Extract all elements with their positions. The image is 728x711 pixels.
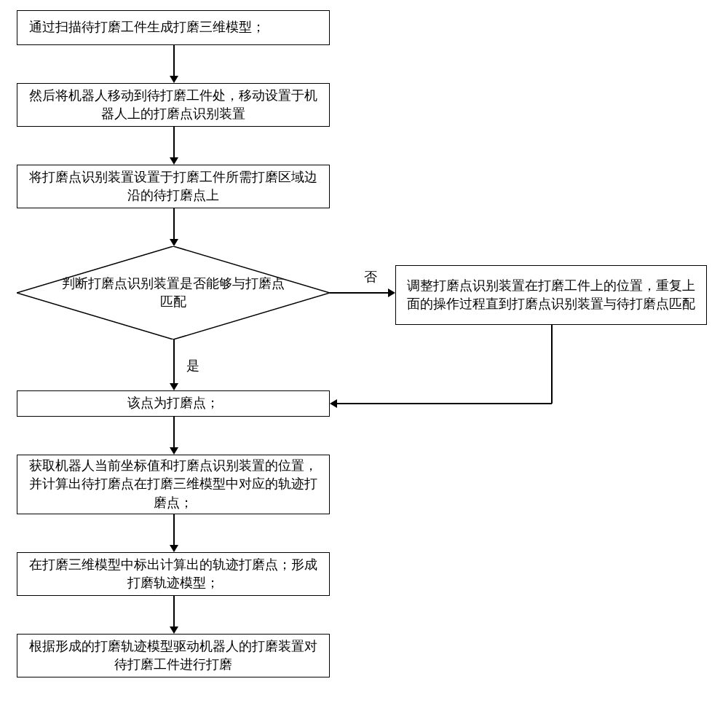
step-calculate-trajectory: 获取机器人当前坐标值和打磨点识别装置的位置，并计算出待打磨点在打磨三维模型中对应…: [17, 455, 330, 514]
arrowhead-5-6: [170, 545, 178, 552]
step5-text: 获取机器人当前坐标值和打磨点识别装置的位置，并计算出待打磨点在打磨三维模型中对应…: [26, 457, 320, 512]
step2-text: 然后将机器人移动到待打磨工件处，移动设置于机器人上的打磨点识别装置: [26, 87, 320, 123]
arrow-decision-yes: [173, 339, 175, 385]
step-move-robot: 然后将机器人移动到待打磨工件处，移动设置于机器人上的打磨点识别装置: [17, 83, 330, 127]
decision-text: 判断打磨点识别装置是否能够与打磨点匹配: [17, 275, 330, 311]
step-adjust-position: 调整打磨点识别装置在打磨工件上的位置，重复上面的操作过程直到打磨点识别装置与待打…: [395, 265, 707, 325]
arrowhead-6-7: [170, 626, 178, 634]
step-drive-robot: 根据形成的打磨轨迹模型驱动机器人的打磨装置对待打磨工件进行打磨: [17, 634, 330, 677]
arrowhead-4-5: [170, 447, 178, 455]
arrow-2-3: [173, 127, 175, 159]
arrowhead-adjust-step4: [330, 399, 337, 408]
adjust-text: 调整打磨点识别装置在打磨工件上的位置，重复上面的操作过程直到打磨点识别装置与待打…: [405, 277, 697, 313]
arrow-decision-adjust: [330, 292, 389, 294]
arrow-6-7: [173, 596, 175, 628]
step-position-device: 将打磨点识别装置设置于打磨工件所需打磨区域边沿的待打磨点上: [17, 165, 330, 208]
step4-text: 该点为打磨点；: [127, 394, 219, 412]
arrowhead-3-decision: [170, 239, 178, 246]
no-label: 否: [364, 268, 377, 286]
arrow-adjust-left: [337, 403, 552, 404]
step7-text: 根据形成的打磨轨迹模型驱动机器人的打磨装置对待打磨工件进行打磨: [26, 637, 320, 674]
flowchart-container: 通过扫描待打磨工件生成打磨三维模型； 然后将机器人移动到待打磨工件处，移动设置于…: [0, 0, 728, 711]
step-scan-workpiece: 通过扫描待打磨工件生成打磨三维模型；: [17, 10, 330, 45]
arrow-1-2: [173, 45, 175, 77]
step1-text: 通过扫描待打磨工件生成打磨三维模型；: [29, 18, 265, 36]
decision-match: 判断打磨点识别装置是否能够与打磨点匹配: [17, 246, 330, 339]
yes-label: 是: [186, 357, 199, 374]
arrow-5-6: [173, 514, 175, 546]
step-confirm-point: 该点为打磨点；: [17, 390, 330, 417]
step6-text: 在打磨三维模型中标出计算出的轨迹打磨点；形成打磨轨迹模型；: [26, 556, 320, 592]
arrowhead-decision-yes: [170, 383, 178, 390]
arrowhead-2-3: [170, 157, 178, 165]
arrow-3-decision: [173, 208, 175, 240]
step3-text: 将打磨点识别装置设置于打磨工件所需打磨区域边沿的待打磨点上: [26, 168, 320, 205]
arrow-adjust-down: [551, 325, 553, 404]
arrow-4-5: [173, 417, 175, 449]
arrowhead-decision-adjust: [388, 288, 395, 297]
arrowhead-1-2: [170, 76, 178, 83]
step-mark-trajectory: 在打磨三维模型中标出计算出的轨迹打磨点；形成打磨轨迹模型；: [17, 552, 330, 596]
